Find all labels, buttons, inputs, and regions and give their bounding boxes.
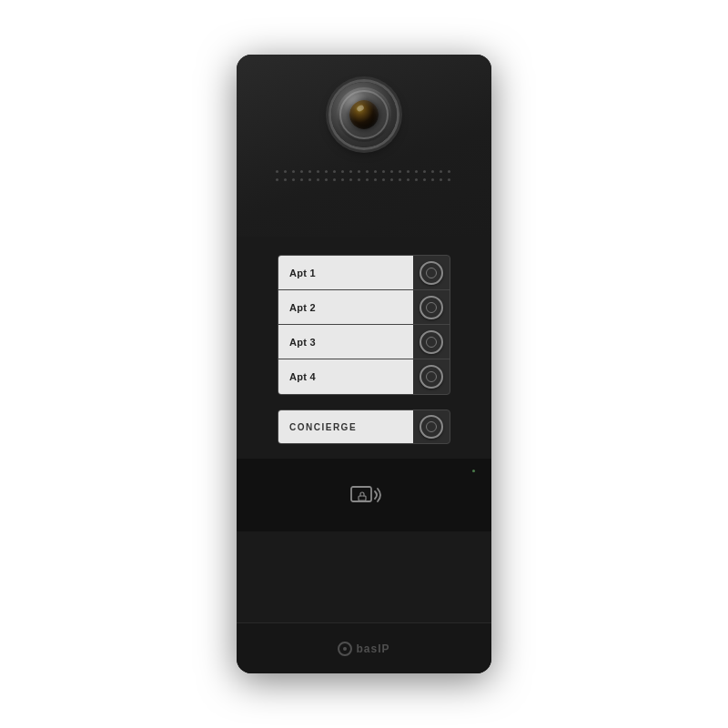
apt-1-label: Apt 1 [278,256,413,289]
svg-rect-0 [351,487,371,501]
concierge-call-button[interactable] [415,410,448,443]
call-button-ring [420,330,443,354]
apt-3-call-button[interactable] [415,326,448,359]
buttons-section: Apt 1 Apt 2 Apt 3 [237,237,491,622]
speaker-dot [399,178,401,181]
speaker-dot [349,170,352,173]
nfc-indicator-dot [472,470,475,472]
speaker-dot [333,170,336,173]
camera-lens [349,100,379,129]
speaker-dot [325,170,328,173]
speaker-dots [276,170,453,184]
concierge-section: CONCIERGE [278,410,450,444]
apartment-panel: Apt 1 Apt 2 Apt 3 [278,255,450,395]
svg-point-2 [343,647,347,651]
speaker-dot [308,170,311,173]
speaker-dot [300,170,303,173]
speaker-dot [374,170,377,173]
brand-logo: basIP [338,642,389,656]
speaker-dot [366,178,369,181]
speaker-section [273,166,455,187]
speaker-dot [358,170,360,173]
nfc-section [237,459,491,531]
speaker-dot [333,178,336,181]
intercom-device: Apt 1 Apt 2 Apt 3 [237,55,491,673]
speaker-dot [308,178,311,181]
speaker-dot [431,178,434,181]
speaker-dot [415,178,418,181]
speaker-dot [292,170,295,173]
apt-2-row: Apt 2 [278,290,450,325]
speaker-dot [317,170,319,173]
speaker-dot [407,178,410,181]
speaker-dot [300,178,303,181]
brand-circle-icon [338,642,352,656]
camera-section [237,55,491,237]
speaker-dot [374,178,377,181]
speaker-dot [317,178,319,181]
call-button-ring [420,415,443,439]
speaker-dot [341,178,344,181]
apt-1-call-button[interactable] [415,257,448,289]
apt-2-call-button[interactable] [415,291,448,324]
speaker-dot [390,170,393,173]
apt-4-label: Apt 4 [278,359,413,394]
speaker-dot [440,170,442,173]
speaker-dot [276,178,278,181]
speaker-dot [284,178,287,181]
apt-1-row: Apt 1 [278,256,450,290]
brand-text: basIP [356,642,389,655]
device-body: Apt 1 Apt 2 Apt 3 [237,55,491,673]
concierge-row: CONCIERGE [278,410,450,444]
apt-4-call-button[interactable] [415,360,448,393]
apt-3-row: Apt 3 [278,325,450,359]
speaker-dot [292,178,295,181]
speaker-dot [423,178,426,181]
apt-2-label: Apt 2 [278,290,413,324]
speaker-dot [431,170,434,173]
camera-mount [331,82,397,147]
speaker-dot [399,170,401,173]
speaker-dot [366,170,369,173]
speaker-dot [358,178,360,181]
speaker-dot [423,170,426,173]
speaker-dot [382,178,385,181]
speaker-dot [390,178,393,181]
brand-section: basIP [237,622,491,673]
speaker-dot [284,170,287,173]
speaker-dot [448,178,450,181]
concierge-label: CONCIERGE [278,410,413,443]
camera-ring [337,87,391,142]
apt-4-row: Apt 4 [278,359,450,394]
call-button-ring [420,365,443,389]
speaker-dot [415,170,418,173]
svg-rect-1 [359,496,366,500]
apt-3-label: Apt 3 [278,325,413,359]
speaker-dot [407,170,410,173]
speaker-dot [325,178,328,181]
call-button-ring [420,261,443,285]
nfc-reader-icon [344,475,384,515]
speaker-dot [276,170,278,173]
call-button-ring [420,296,443,319]
speaker-dot [448,170,450,173]
speaker-dot [440,178,442,181]
speaker-dot [341,170,344,173]
speaker-dot [349,178,352,181]
speaker-dot [382,170,385,173]
